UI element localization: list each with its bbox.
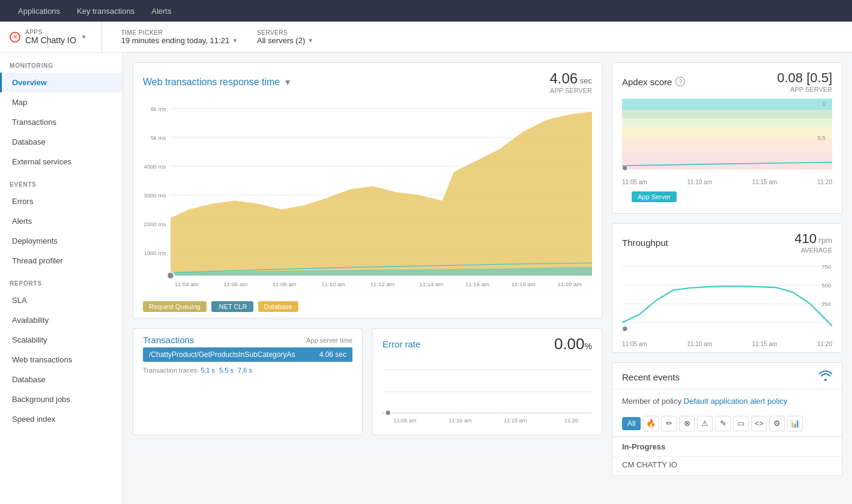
svg-text:3000 ms: 3000 ms — [144, 192, 166, 199]
policy-link[interactable]: Default application alert policy — [684, 397, 788, 406]
monitoring-label: MONITORING — [0, 53, 122, 73]
chart-title: Web transactions response time ▼ — [143, 77, 292, 88]
filter-circle-x-icon[interactable]: ⊗ — [679, 416, 695, 431]
in-progress-section: In-Progress — [612, 437, 842, 456]
svg-text:0.5: 0.5 — [818, 134, 826, 141]
apdex-value: 0.08 [0.5] — [777, 70, 832, 86]
sidebar-item-scalability[interactable]: Scalability — [0, 330, 122, 350]
svg-text:500: 500 — [821, 282, 831, 289]
servers-label: SERVERS — [257, 29, 313, 36]
sidebar-item-web-transactions[interactable]: Web transactions — [0, 350, 122, 370]
filter-chart-icon[interactable]: 📊 — [787, 416, 803, 431]
svg-text:1000 ms: 1000 ms — [144, 250, 166, 256]
error-rate-value: 0.00% — [554, 335, 592, 353]
svg-text:11:20: 11:20 — [564, 418, 578, 424]
filter-edit-icon[interactable]: ✎ — [715, 416, 731, 431]
apdex-help-icon[interactable]: ? — [675, 77, 685, 86]
trace-link-2[interactable]: 5.5 s — [219, 367, 234, 374]
svg-text:1: 1 — [822, 100, 825, 107]
apps-selector[interactable]: ✕ APPS CM Chatty IO ▼ — [10, 22, 102, 53]
legend-request-queuing: Request Queuing — [143, 301, 207, 312]
breadcrumb-bar: ✕ APPS CM Chatty IO ▼ TIME PICKER 19 min… — [0, 22, 852, 53]
apdex-svg: 1 0.5 — [622, 97, 832, 175]
svg-text:6k ms: 6k ms — [151, 106, 166, 112]
svg-text:250: 250 — [821, 301, 831, 307]
sidebar-item-deployments[interactable]: Deployments — [0, 231, 122, 251]
svg-text:11:05 am: 11:05 am — [393, 418, 417, 424]
filter-code-icon[interactable]: <> — [751, 416, 767, 431]
sidebar-item-sla[interactable]: SLA — [0, 290, 122, 310]
transactions-title: Transactions — [143, 335, 194, 345]
time-picker-chevron-icon: ▼ — [232, 37, 238, 44]
throughput-value: 410 — [794, 231, 817, 246]
legend-tags: Request Queuing .NET CLR Database — [133, 298, 602, 318]
sidebar-item-external-services[interactable]: External services — [0, 152, 122, 172]
top-nav: Applications Key transactions Alerts — [0, 0, 852, 22]
throughput-avg-label: AVERAGE — [794, 247, 832, 254]
transactions-subtitle: App server time — [306, 337, 352, 344]
svg-text:4000 ms: 4000 ms — [144, 163, 166, 170]
nav-key-transactions[interactable]: Key transactions — [68, 0, 143, 22]
svg-point-29 — [385, 410, 391, 415]
sidebar-item-database[interactable]: Database — [0, 132, 122, 152]
transaction-value: 4.06 sec — [319, 350, 346, 359]
sidebar-item-thread-profiler[interactable]: Thread profiler — [0, 251, 122, 271]
sidebar-item-database-report[interactable]: Database — [0, 370, 122, 389]
apps-label: APPS — [25, 29, 76, 35]
bottom-row: Transactions App server time /ChattyProd… — [133, 328, 602, 435]
sidebar-item-speed-index[interactable]: Speed index — [0, 409, 122, 429]
sidebar-item-map[interactable]: Map — [0, 92, 122, 112]
nav-alerts[interactable]: Alerts — [143, 0, 180, 22]
svg-text:11:14 am: 11:14 am — [419, 281, 443, 287]
legend-database: Database — [258, 301, 298, 312]
main-chart-area: 6k ms 5k ms 4000 ms 3000 ms 2000 ms 1000… — [133, 94, 602, 298]
sidebar-item-alerts[interactable]: Alerts — [0, 211, 122, 231]
trace-link-3[interactable]: 7.6 s — [238, 367, 252, 374]
error-rate-chart: 11:05 am 11:10 am 11:15 am 11:20 — [373, 356, 602, 434]
trace-link-1[interactable]: 5.1 s — [201, 367, 215, 374]
recent-events-title: Recent events — [622, 372, 680, 382]
filter-all-button[interactable]: All — [622, 417, 641, 430]
chart-title-chevron-icon[interactable]: ▼ — [283, 77, 292, 87]
transaction-name: /ChattyProduct/GetProductsInSubCategoryA… — [149, 350, 295, 359]
main-chart-svg: 6k ms 5k ms 4000 ms 3000 ms 2000 ms 1000… — [143, 99, 592, 291]
wifi-icon — [819, 370, 832, 384]
transactions-panel: Transactions App server time /ChattyProd… — [133, 328, 363, 435]
servers-picker[interactable]: SERVERS All servers (2) ▼ — [257, 29, 313, 45]
svg-text:11:08 am: 11:08 am — [273, 281, 297, 287]
sidebar-item-transactions[interactable]: Transactions — [0, 112, 122, 132]
app-close-icon[interactable]: ✕ — [10, 32, 20, 43]
filter-settings-icon[interactable]: ⚙ — [769, 416, 785, 431]
svg-text:2000 ms: 2000 ms — [144, 221, 166, 227]
recent-events-header: Recent events — [612, 363, 842, 389]
sidebar-item-overview[interactable]: Overview — [0, 73, 122, 92]
svg-rect-39 — [622, 152, 832, 169]
sidebar-item-background-jobs[interactable]: Background jobs — [0, 389, 122, 409]
reports-label: REPORTS — [0, 271, 122, 290]
sidebar-item-errors[interactable]: Errors — [0, 191, 122, 211]
sidebar: MONITORING Overview Map Transactions Dat… — [0, 53, 123, 504]
apdex-title: Apdex score — [622, 77, 672, 87]
apdex-card: Apdex score ? 0.08 [0.5] APP SERVER — [612, 62, 842, 214]
policy-text: Member of policy Default application ale… — [612, 389, 842, 411]
throughput-unit: rpm — [819, 236, 832, 245]
time-picker[interactable]: TIME PICKER 19 minutes ending today, 11:… — [121, 29, 238, 45]
apdex-chart-area: 1 0.5 — [612, 93, 842, 179]
apdex-x-labels: 11:05 am 11:10 am 11:15 am 11:20 — [612, 179, 842, 188]
filter-pencil-icon[interactable]: ✏ — [661, 416, 677, 431]
svg-text:11:15 am: 11:15 am — [504, 418, 527, 424]
svg-rect-37 — [622, 127, 832, 139]
filter-monitor-icon[interactable]: ▭ — [733, 416, 749, 431]
apdex-server-label: APP SERVER — [777, 86, 832, 93]
error-rate-title: Error rate — [382, 339, 420, 349]
cm-chatty-label: CM CHATTY IO — [612, 456, 842, 475]
svg-point-50 — [622, 326, 627, 331]
nav-applications[interactable]: Applications — [10, 0, 68, 22]
transaction-row[interactable]: /ChattyProduct/GetProductsInSubCategoryA… — [143, 347, 352, 362]
svg-text:11:04 am: 11:04 am — [175, 281, 199, 287]
filter-warning-icon[interactable]: ⚠ — [697, 416, 713, 431]
svg-text:11:12 am: 11:12 am — [370, 281, 394, 287]
sidebar-item-availability[interactable]: Availability — [0, 310, 122, 330]
main-layout: MONITORING Overview Map Transactions Dat… — [0, 53, 852, 504]
filter-fire-icon[interactable]: 🔥 — [643, 416, 659, 431]
